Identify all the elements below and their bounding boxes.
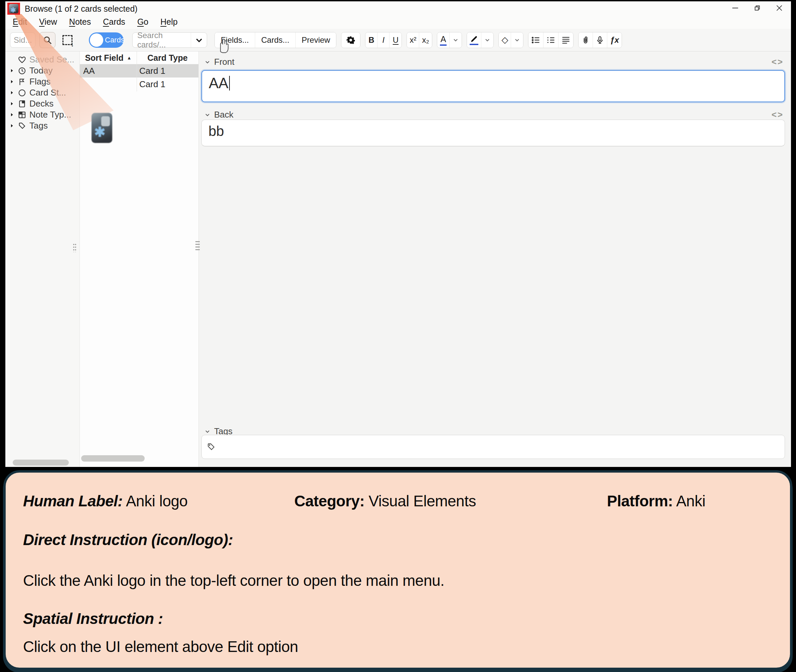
tag-icon xyxy=(18,122,26,130)
toggle-label: Cards xyxy=(105,32,125,48)
chevron-down-icon[interactable] xyxy=(191,33,207,47)
spatial-instruction-heading: Spatial Instruction : xyxy=(23,610,777,627)
sidebar-item-label: Tags xyxy=(29,121,48,131)
chevron-down-icon[interactable] xyxy=(204,59,211,66)
highlight-button[interactable] xyxy=(467,32,481,48)
category-key: Category: xyxy=(294,492,364,510)
card-list-splitter-handle[interactable] xyxy=(195,241,200,251)
caret-right-icon[interactable] xyxy=(10,68,15,73)
microphone-icon[interactable] xyxy=(593,32,607,48)
caret-right-icon[interactable] xyxy=(10,112,15,117)
anki-logo-icon[interactable]: ✱ xyxy=(9,4,18,13)
sidebar-item-note-typ[interactable]: Note Typ... xyxy=(5,109,80,120)
category-value: Visual Elements xyxy=(364,492,476,510)
eraser-chevron[interactable] xyxy=(511,32,523,48)
circle-icon xyxy=(18,88,26,97)
table-row[interactable]: Card 1 xyxy=(80,77,199,91)
subscript-button[interactable]: x₂ xyxy=(419,32,432,48)
text-color-chevron[interactable] xyxy=(450,32,461,48)
sidebar-filter-input[interactable]: Sid... xyxy=(10,32,35,48)
cards-button[interactable]: Cards... xyxy=(255,32,296,48)
column-header-sort-field[interactable]: Sort Field ▲ xyxy=(80,53,137,63)
bold-button[interactable]: B xyxy=(365,32,378,48)
unordered-list-icon[interactable] xyxy=(529,32,543,48)
menu-item-help[interactable]: Help xyxy=(160,17,177,27)
cards-notes-toggle[interactable]: Cards xyxy=(89,32,123,48)
equation-button[interactable]: ƒx xyxy=(607,32,621,48)
platform-value: Anki xyxy=(673,492,705,510)
sidebar-item-today[interactable]: Today xyxy=(5,65,80,76)
search-cards-dropdown[interactable]: Search cards/... xyxy=(132,32,207,48)
card-actions-group: Fields... Cards... Preview xyxy=(215,32,336,48)
cell-sort-field[interactable]: AA xyxy=(80,66,137,76)
toggle-knob xyxy=(90,34,103,47)
caret-right-icon[interactable] xyxy=(10,79,15,84)
paperclip-icon[interactable] xyxy=(578,32,593,48)
minimize-icon[interactable] xyxy=(724,2,746,15)
direct-instruction-text: Click the Anki logo in the top-left corn… xyxy=(23,571,777,589)
html-toggle-icon[interactable]: <> xyxy=(772,110,784,120)
sidebar-item-decks[interactable]: Decks xyxy=(5,98,80,109)
gear-icon[interactable] xyxy=(341,32,360,48)
anki-star-icon: ✱ xyxy=(10,6,16,13)
sidebar-item-flags[interactable]: Flags xyxy=(5,76,80,87)
select-button[interactable] xyxy=(59,32,75,48)
sidebar: Saved Se...TodayFlagsCard St...DecksNote… xyxy=(5,51,80,467)
italic-button[interactable]: I xyxy=(378,32,389,48)
front-label: Front xyxy=(214,57,234,67)
text-color-group: A xyxy=(437,32,462,48)
cell-card-type[interactable]: Card 1 xyxy=(137,79,199,90)
highlight-chevron[interactable] xyxy=(481,32,493,48)
flag-icon xyxy=(18,77,26,86)
superscript-button[interactable]: x² xyxy=(407,32,419,48)
list-group xyxy=(528,32,573,48)
tag-icon xyxy=(207,442,216,451)
anki-logo-magnified: ✱ xyxy=(91,113,112,143)
menu-item-edit[interactable]: Edit xyxy=(13,17,27,27)
card-list-horizontal-scrollbar[interactable] xyxy=(81,455,145,462)
eraser-group: ◇ xyxy=(498,32,524,48)
front-value: AA xyxy=(209,75,229,91)
caret-right-icon[interactable] xyxy=(10,123,15,128)
underline-label: U xyxy=(393,35,399,45)
format-group: B I U xyxy=(365,32,402,48)
back-field[interactable]: bb xyxy=(202,120,785,146)
menu-item-view[interactable]: View xyxy=(39,17,57,27)
caret-right-icon[interactable] xyxy=(10,101,15,106)
sidebar-horizontal-scrollbar[interactable] xyxy=(13,459,69,466)
table-row[interactable]: AACard 1 xyxy=(80,64,199,77)
underline-button[interactable]: U xyxy=(389,32,402,48)
restore-icon[interactable] xyxy=(746,2,768,15)
text-cursor xyxy=(229,76,230,91)
sidebar-item-label: Flags xyxy=(29,77,51,87)
menu-item-notes[interactable]: Notes xyxy=(69,17,91,27)
text-color-button[interactable]: A xyxy=(437,32,450,48)
eraser-icon[interactable]: ◇ xyxy=(499,32,511,48)
chevron-down-icon[interactable] xyxy=(204,428,211,435)
hand-pointer-cursor xyxy=(216,37,231,53)
sidebar-item-card-st[interactable]: Card St... xyxy=(5,87,80,98)
sidebar-splitter-handle[interactable] xyxy=(73,243,77,252)
menu-bar: EditViewNotesCardsGoHelp xyxy=(5,15,791,29)
sidebar-item-label: Saved Se... xyxy=(29,54,74,65)
tags-field[interactable] xyxy=(202,435,785,459)
column-header-card-type[interactable]: Card Type xyxy=(137,53,199,63)
menu-item-go[interactable]: Go xyxy=(137,17,148,27)
sidebar-item-label: Today xyxy=(29,66,53,76)
sidebar-item-tags[interactable]: Tags xyxy=(5,120,80,131)
caret-right-icon[interactable] xyxy=(10,90,15,95)
italic-label: I xyxy=(383,35,385,45)
chevron-down-icon[interactable] xyxy=(204,112,211,118)
back-label: Back xyxy=(214,110,234,120)
sidebar-item-saved-se[interactable]: Saved Se... xyxy=(5,54,80,65)
menu-item-cards[interactable]: Cards xyxy=(103,17,125,27)
ordered-list-icon[interactable] xyxy=(543,32,559,48)
editor-toolbar: Fields... Cards... Preview B I U x² x₂ A xyxy=(215,32,622,48)
close-icon[interactable] xyxy=(768,2,790,15)
preview-button[interactable]: Preview xyxy=(296,32,336,48)
search-button[interactable] xyxy=(39,32,56,48)
html-toggle-icon[interactable]: <> xyxy=(772,57,784,67)
front-field[interactable]: AA xyxy=(202,70,785,102)
cell-card-type[interactable]: Card 1 xyxy=(137,66,199,76)
justify-icon[interactable] xyxy=(559,32,573,48)
